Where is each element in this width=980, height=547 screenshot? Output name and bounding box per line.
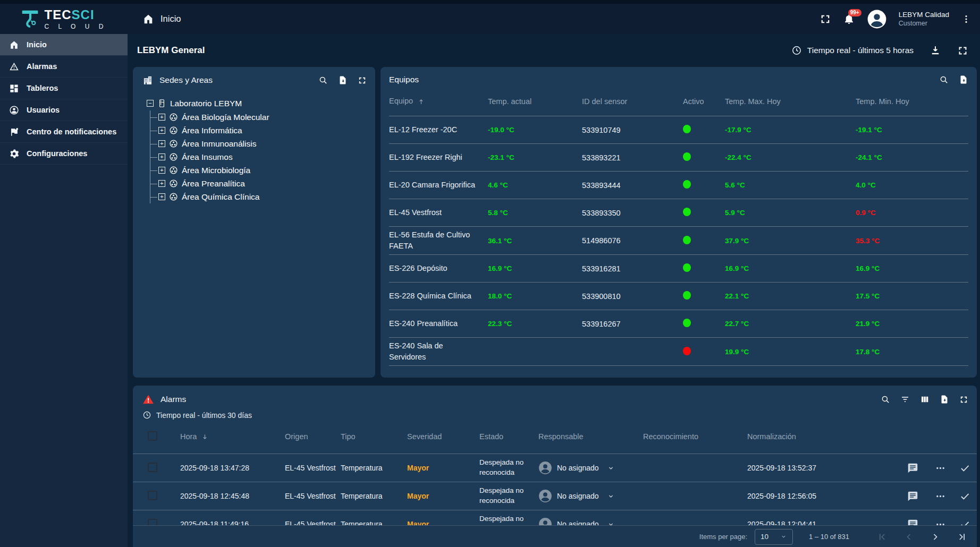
download-icon[interactable] (930, 45, 941, 56)
comment-icon[interactable] (907, 491, 918, 502)
user-name: LEBYM Calidad (899, 10, 949, 20)
temp-min-value: 21.9 °C (856, 320, 968, 328)
kebab-menu-icon[interactable] (961, 14, 971, 24)
equipment-row[interactable]: EL-192 Freezer Righi -23.1 °C 533893221 … (389, 144, 968, 172)
column-header-tipo[interactable]: Tipo (341, 432, 407, 441)
alarm-row[interactable]: 2025-09-18 13:47:28 EL-45 Vestfrost Temp… (133, 454, 977, 482)
last-page-icon[interactable] (957, 532, 967, 542)
column-header-severidad[interactable]: Severidad (407, 432, 479, 441)
column-header-activo[interactable]: Activo (683, 97, 725, 106)
equipment-row[interactable]: ES-240 Preanalítica 22.3 °C 533916267 22… (389, 310, 968, 338)
alarms-time-range[interactable]: Tiempo real - últimos 30 días (133, 407, 977, 420)
equipment-row[interactable]: ES-240 Sala de Servidores 19.9 °C 17.8 °… (389, 338, 968, 366)
expand-box-icon[interactable]: + (158, 140, 165, 147)
expand-box-icon[interactable]: + (158, 193, 165, 200)
next-page-icon[interactable] (930, 532, 941, 542)
assignee-selector[interactable]: No asignado (538, 489, 643, 503)
acknowledge-check-icon[interactable] (959, 463, 970, 474)
tree-node-area[interactable]: + Área Informática (158, 124, 368, 137)
expand-box-icon[interactable]: + (158, 114, 165, 121)
column-header-temp-min[interactable]: Temp. Min. Hoy (856, 97, 968, 106)
fullscreen-icon[interactable] (820, 13, 831, 25)
columns-icon[interactable] (920, 395, 930, 404)
sidebar-item-alarmas[interactable]: Alarmas (0, 56, 128, 78)
tree-node-area[interactable]: + Área Microbiología (158, 164, 368, 177)
tree-node-root[interactable]: − Laboratorio LEBYM (147, 96, 368, 110)
search-icon[interactable] (318, 75, 328, 85)
clock-icon (142, 411, 151, 420)
area-group-icon (169, 126, 178, 135)
acknowledge-check-icon[interactable] (959, 491, 970, 502)
column-header-responsable[interactable]: Responsable (538, 432, 643, 441)
equipment-name: ES-240 Sala de Servidores (389, 340, 488, 363)
fullscreen-icon[interactable] (358, 76, 367, 85)
fullscreen-icon[interactable] (957, 45, 968, 56)
equipment-row[interactable]: ES-226 Depósito 16.9 °C 533916281 16.9 °… (389, 255, 968, 283)
equipment-row[interactable]: EL-45 Vestfrost 5.8 °C 533893350 5.9 °C … (389, 199, 968, 227)
column-header-estado[interactable]: Estado (479, 432, 538, 441)
sensor-id-value: 514986076 (582, 236, 683, 245)
search-icon[interactable] (881, 395, 890, 404)
collapse-box-icon[interactable]: − (147, 100, 154, 107)
area-group-icon (169, 179, 178, 188)
equipment-row[interactable]: ES-228 Química Clínica 18.0 °C 533900810… (389, 283, 968, 310)
tree-node-area[interactable]: + Área Química Clínica (158, 190, 368, 203)
first-page-icon[interactable] (877, 532, 888, 542)
area-group-icon (169, 139, 178, 148)
time-range-selector[interactable]: Tiempo real - últimos 5 horas (791, 45, 914, 56)
topbar: TECSCI C L O U D Inicio 99+ LEBYM Calida… (0, 4, 980, 34)
page-size-select[interactable]: 10 (755, 529, 793, 545)
more-actions-icon[interactable] (933, 491, 944, 502)
home-icon (9, 40, 19, 50)
assignee-selector[interactable]: No asignado (538, 461, 643, 475)
search-icon[interactable] (939, 75, 949, 84)
alarm-row[interactable]: 2025-09-18 12:45:48 EL-45 Vestfrost Temp… (133, 482, 977, 510)
equipment-name: ES-240 Preanalítica (389, 318, 488, 329)
equipment-row[interactable]: EL-20 Camara Frigorifica 4.6 °C 53389344… (389, 172, 968, 199)
expand-box-icon[interactable]: + (158, 127, 165, 134)
column-header-normalizacion[interactable]: Normalización (747, 432, 894, 441)
select-all-checkbox[interactable] (148, 431, 157, 441)
alarm-severity: Mayor (407, 464, 479, 472)
alarm-type: Temperatura (341, 464, 407, 472)
tree-node-area[interactable]: + Área Biología Molecular (158, 110, 368, 124)
previous-page-icon[interactable] (903, 532, 914, 542)
file-export-icon[interactable] (338, 75, 348, 85)
file-export-icon[interactable] (940, 395, 949, 404)
column-header-origen[interactable]: Origen (285, 432, 341, 441)
column-header-temp-actual[interactable]: Temp. actual (488, 97, 582, 106)
sidebar-item-configuraciones[interactable]: Configuraciones (0, 143, 128, 165)
equipment-row[interactable]: EL-12 Freezer -20C -19.0 °C 533910749 -1… (389, 116, 968, 144)
active-status-dot (683, 152, 691, 161)
expand-box-icon[interactable]: + (158, 180, 165, 187)
temp-min-value: 35.3 °C (856, 237, 968, 245)
row-checkbox[interactable] (148, 463, 157, 472)
alarm-normalization: 2025-09-18 12:56:05 (747, 492, 894, 500)
equipment-name: ES-228 Química Clínica (389, 290, 488, 302)
breadcrumb[interactable]: Inicio (142, 13, 181, 25)
notifications-button[interactable]: 99+ (843, 13, 855, 25)
sidebar-item-inicio[interactable]: Inicio (0, 34, 128, 56)
expand-box-icon[interactable]: + (158, 153, 165, 160)
column-header-sensor-id[interactable]: ID del sensor (582, 97, 683, 106)
tree-node-area[interactable]: + Área Inmunoanálisis (158, 137, 368, 150)
column-header-temp-max[interactable]: Temp. Max. Hoy (725, 97, 856, 106)
filter-icon[interactable] (900, 395, 910, 404)
tree-node-area[interactable]: + Área Preanalítica (158, 177, 368, 190)
alarms-time-range-label: Tiempo real - últimos 30 días (156, 411, 252, 420)
logo-text-sci: SCI (72, 7, 95, 22)
temp-actual-value: 18.0 °C (488, 292, 582, 300)
row-checkbox[interactable] (148, 491, 157, 500)
fullscreen-icon[interactable] (959, 395, 968, 404)
sidebar-item-tableros[interactable]: Tableros (0, 78, 128, 99)
tree-node-area[interactable]: + Área Insumos (158, 150, 368, 164)
expand-box-icon[interactable]: + (158, 167, 165, 174)
column-header-reconocimiento[interactable]: Reconocimiento (643, 432, 747, 441)
sidebar-item-centro-notificaciones[interactable]: Centro de notificaciones (0, 121, 128, 143)
user-avatar[interactable] (867, 9, 887, 29)
file-export-icon[interactable] (959, 75, 968, 84)
comment-icon[interactable] (907, 463, 918, 474)
sidebar-item-usuarios[interactable]: Usuarios (0, 99, 128, 121)
more-actions-icon[interactable] (933, 463, 944, 474)
equipment-row[interactable]: EL-56 Estufa de Cultivo FAETA 36.1 °C 51… (389, 227, 968, 255)
